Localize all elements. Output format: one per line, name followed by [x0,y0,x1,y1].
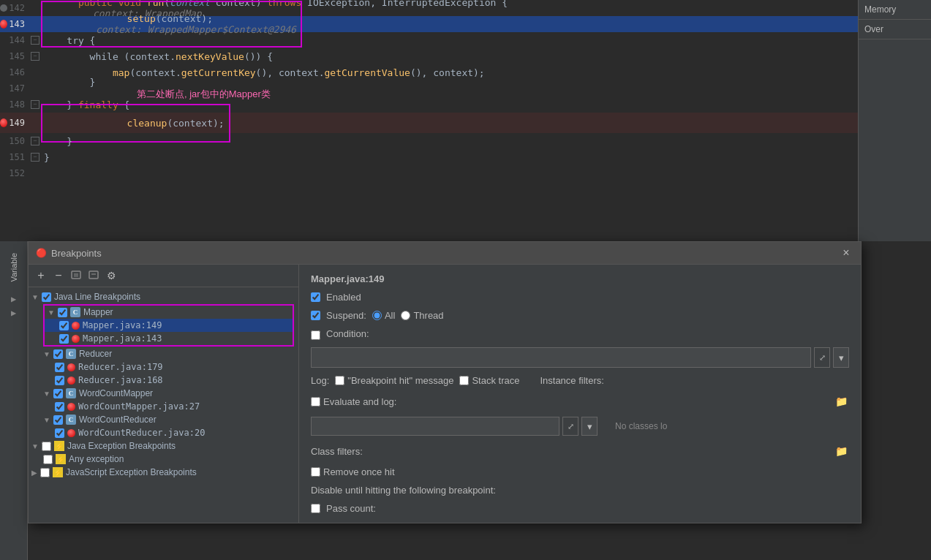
memory-tab[interactable]: Memory [859,0,931,20]
code-editor: 142 public void run(Context context) thr… [0,0,931,241]
gutter-fold-151[interactable]: − [29,153,41,162]
code-line-149: 149 cleanup(context); [0,113,931,133]
code-line-151: 151 − } [0,149,931,165]
dot-icon-142 [0,4,7,12]
over-tab[interactable]: Over [859,20,931,39]
code-line-150: 150 − } [0,133,931,149]
breakpoint-icon-149 [0,118,7,127]
code-line-145: 145 − while (context.nextKeyValue()) { [0,48,931,64]
line-number-144: 144 [0,35,29,45]
breakpoint-icon-143 [0,20,7,29]
gutter-fold-150[interactable]: − [29,137,41,145]
gutter-fold-148[interactable]: − [29,100,41,109]
gutter-fold-145[interactable]: − [29,52,41,61]
right-sidebar-area: Memory Over [858,0,931,241]
code-line-147: 147 } 第二处断点, jar包中的Mapper类 [0,80,931,97]
code-line-152: 152 [0,165,931,181]
code-line-143: 143 setup(context); context: WrappedMapp… [0,16,931,32]
line-number-143: 143 [0,19,29,29]
line-number-142: 142 [0,3,29,13]
gutter-fold-144[interactable]: − [29,36,41,45]
code-content-144: try { [41,35,95,46]
code-line-144: 144 − try { [0,32,931,48]
